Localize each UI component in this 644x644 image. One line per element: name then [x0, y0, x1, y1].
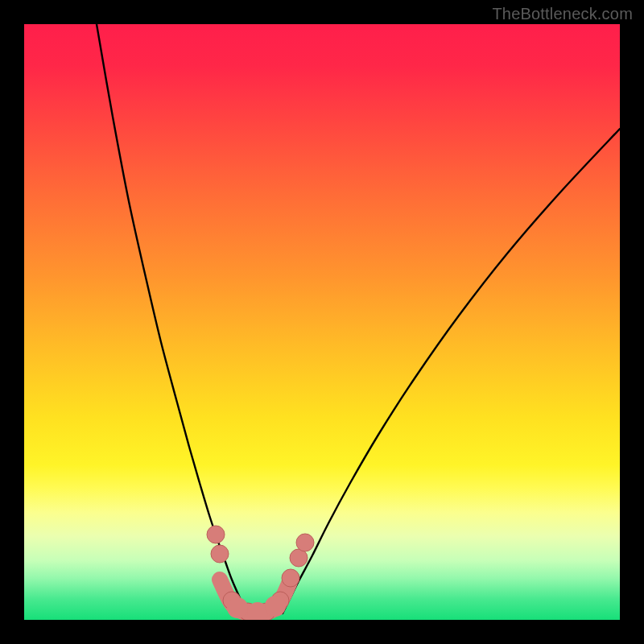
left-curve	[97, 24, 248, 613]
plot-area	[24, 24, 620, 620]
right-curve	[283, 129, 620, 613]
marker-dot	[296, 534, 314, 551]
marker-dot	[211, 545, 229, 563]
sweet-spot-dot	[227, 597, 248, 618]
sweet-spot-group	[227, 596, 286, 620]
curves-layer	[24, 24, 620, 620]
marker-dot	[282, 569, 299, 587]
marker-dot	[207, 526, 225, 543]
chart-frame: TheBottleneck.com	[0, 0, 644, 644]
sweet-spot-dot	[265, 596, 286, 617]
watermark-text: TheBottleneck.com	[492, 5, 633, 23]
